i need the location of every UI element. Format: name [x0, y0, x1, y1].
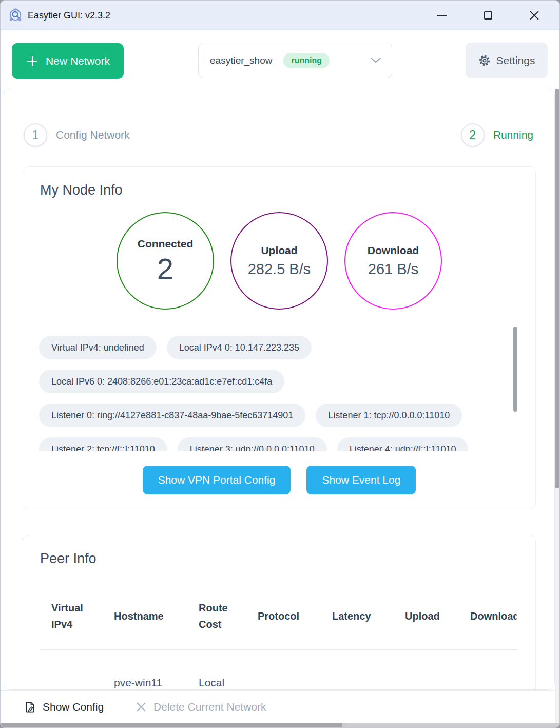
download-label: Download	[368, 244, 419, 257]
col-upload: Upload	[394, 583, 459, 649]
delete-current-network-button[interactable]: Delete Current Network	[132, 700, 269, 714]
col-hostname: Hostname	[103, 583, 187, 649]
upload-label: Upload	[261, 244, 297, 257]
upload-stat-ring: Upload 282.5 B/s	[230, 212, 328, 310]
minimize-icon	[437, 15, 447, 16]
chip-virtual-ipv4: Virtual IPv4: undefined	[39, 336, 157, 359]
node-info-title: My Node Info	[40, 182, 123, 198]
download-stat-ring: Download 261 B/s	[344, 212, 442, 310]
peer-table: Virtual IPv4 Hostname Route Cost Protoco…	[40, 583, 517, 689]
node-address-chips: Virtual IPv4: undefined Local IPv4 0: 10…	[39, 336, 520, 451]
step-2-circle: 2	[461, 123, 485, 147]
network-select[interactable]: easytier_show running	[198, 43, 392, 78]
network-status-badge: running	[283, 53, 330, 68]
delete-network-label: Delete Current Network	[153, 701, 266, 713]
chip-local-ipv6: Local IPv6 0: 2408:8266:e01:23ca:ad1c:e7…	[39, 370, 284, 393]
window-title: Easytier GUI: v2.3.2	[28, 10, 110, 21]
connected-value: 2	[157, 254, 173, 284]
titlebar: Easytier GUI: v2.3.2	[1, 1, 559, 30]
chip-listener-4: Listener 4: udp://[::]:11010	[337, 437, 469, 451]
peer-info-title: Peer Info	[40, 551, 96, 567]
new-network-label: New Network	[46, 55, 110, 67]
maximize-button[interactable]	[473, 1, 503, 30]
chip-listener-1: Listener 1: tcp://0.0.0.0:11010	[316, 404, 462, 427]
delete-x-icon	[136, 701, 147, 713]
col-download: Download	[459, 583, 517, 649]
show-vpn-portal-config-button[interactable]: Show VPN Portal Config	[143, 466, 291, 494]
plus-icon	[26, 54, 39, 68]
show-config-button[interactable]: Show Config	[21, 700, 107, 714]
col-route-cost: Route Cost	[187, 583, 246, 649]
step-config-network[interactable]: 1 Config Network	[24, 123, 130, 147]
chip-listener-0: Listener 0: ring://4127e881-c837-48aa-9b…	[39, 404, 305, 427]
peer-info-card: Peer Info Virtual IPv4 Hostname Route Co…	[23, 535, 536, 690]
main-panel: 1 Config Network 2 Running My Node Info …	[4, 89, 555, 690]
horizontal-scrollbar[interactable]	[1, 723, 559, 727]
node-stats: Connected 2 Upload 282.5 B/s Download 26…	[23, 212, 535, 310]
show-config-label: Show Config	[43, 701, 104, 713]
col-protocol: Protocol	[246, 583, 321, 649]
config-file-icon	[24, 701, 36, 713]
cell-virtual-ipv4	[40, 649, 103, 689]
show-event-log-button[interactable]: Show Event Log	[306, 466, 416, 494]
node-actions: Show VPN Portal Config Show Event Log	[23, 466, 535, 494]
cell-route-cost: Local	[187, 649, 246, 689]
maximize-icon	[484, 11, 492, 20]
chip-local-ipv4: Local IPv4 0: 10.147.223.235	[167, 336, 312, 359]
peer-table-header-row: Virtual IPv4 Hostname Route Cost Protoco…	[40, 583, 517, 649]
connected-label: Connected	[138, 238, 194, 250]
vertical-scrollbar[interactable]	[555, 89, 559, 723]
download-value: 261 B/s	[368, 261, 418, 278]
col-latency: Latency	[321, 583, 394, 649]
new-network-button[interactable]: New Network	[12, 43, 124, 79]
step-running[interactable]: 2 Running	[461, 123, 533, 147]
col-virtual-ipv4: Virtual IPv4	[40, 583, 103, 649]
chevron-down-icon	[370, 57, 381, 64]
close-icon	[529, 10, 539, 21]
table-row: pve-win11 Local	[40, 649, 517, 689]
step-2-label: Running	[493, 129, 533, 141]
app-logo-icon	[7, 7, 24, 24]
chip-listener-2: Listener 2: tcp://[::]:11010	[39, 437, 167, 451]
gear-icon	[478, 54, 491, 67]
settings-button[interactable]: Settings	[466, 43, 548, 78]
cell-hostname: pve-win11	[103, 649, 187, 689]
upload-value: 282.5 B/s	[248, 261, 311, 278]
chip-listener-3: Listener 3: udp://0.0.0.0:11010	[178, 437, 327, 451]
section-divider	[22, 523, 537, 523]
step-1-label: Config Network	[56, 129, 130, 141]
settings-label: Settings	[496, 54, 535, 67]
minimize-button[interactable]	[427, 1, 457, 30]
app-window: Easytier GUI: v2.3.2 New Network easytie…	[0, 0, 560, 728]
my-node-info-card: My Node Info Connected 2 Upload 282.5 B/…	[23, 166, 536, 509]
horizontal-scrollbar-thumb[interactable]	[1, 723, 342, 727]
close-button[interactable]	[519, 1, 549, 30]
footer-bar: Show Config Delete Current Network	[1, 690, 559, 723]
window-controls	[411, 1, 549, 30]
chips-scrollbar-thumb[interactable]	[513, 327, 517, 412]
network-select-value: easytier_show	[210, 55, 272, 66]
vertical-scrollbar-thumb[interactable]	[555, 89, 559, 488]
step-1-circle: 1	[24, 123, 47, 147]
connected-stat-ring: Connected 2	[117, 212, 214, 310]
